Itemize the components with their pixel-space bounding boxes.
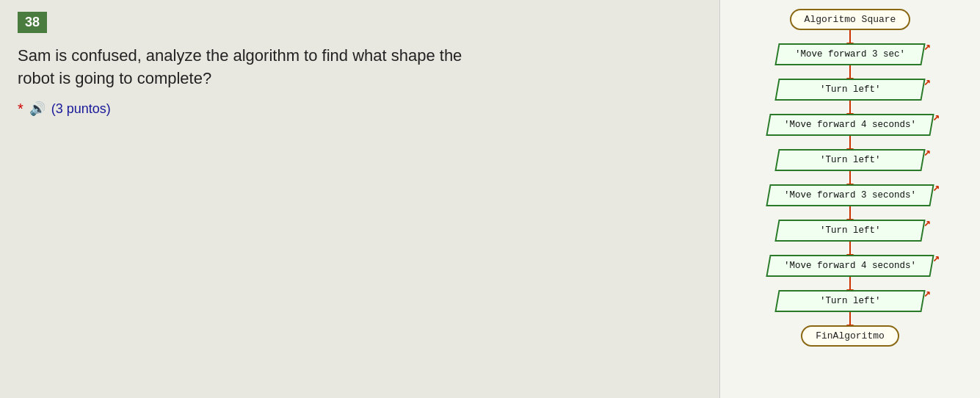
node-move-4sec-2: 'Move forward 4 seconds' ↗ — [768, 255, 932, 277]
arrow-6 — [849, 206, 851, 220]
end-label: FinAlgoritmo — [801, 325, 899, 347]
node-move-4sec-1: 'Move forward 4 seconds' ↗ — [768, 114, 932, 136]
corner-arrow-7: ↗ — [932, 250, 940, 265]
corner-arrow-2: ↗ — [923, 74, 931, 89]
end-node: FinAlgoritmo — [801, 325, 899, 347]
arrow-7 — [849, 242, 851, 255]
corner-arrow-4: ↗ — [923, 145, 931, 159]
question-text: Sam is confused, analyze the algorithm t… — [18, 45, 702, 90]
node-turn-left-4: 'Turn left' ↗ — [777, 290, 923, 312]
left-panel: 38 Sam is confused, analyze the algorith… — [0, 0, 719, 398]
corner-arrow-8: ↗ — [923, 286, 931, 300]
start-label: Algoritmo Square — [790, 9, 911, 30]
node-move-3sec: 'Move forward 3 sec' ↗ — [777, 43, 923, 65]
corner-arrow-5: ↗ — [932, 180, 940, 195]
points-row: * 🔊 (3 puntos) — [18, 101, 702, 117]
node-turn-left-3: 'Turn left' ↗ — [777, 220, 923, 242]
required-star: * — [18, 101, 23, 117]
arrow-8 — [849, 277, 851, 290]
question-number: 38 — [18, 12, 47, 33]
node-turn-left-1: 'Turn left' ↗ — [777, 79, 923, 101]
node-turn-left-2: 'Turn left' ↗ — [777, 149, 923, 171]
speaker-icon[interactable]: 🔊 — [29, 101, 46, 117]
diagram-container: Algoritmo Square 'Move forward 3 sec' ↗ … — [720, 9, 980, 347]
points-label: (3 puntos) — [51, 101, 111, 117]
arrow-1 — [849, 30, 851, 43]
arrow-2 — [849, 65, 851, 79]
corner-arrow-6: ↗ — [923, 215, 931, 230]
node-move-3sec-2: 'Move forward 3 seconds' ↗ — [768, 184, 932, 206]
start-node: Algoritmo Square — [790, 9, 911, 30]
arrow-4 — [849, 136, 851, 149]
corner-arrow-3: ↗ — [932, 109, 940, 124]
arrow-3 — [849, 101, 851, 114]
corner-arrow-1: ↗ — [923, 39, 931, 54]
arrow-9 — [849, 312, 851, 325]
right-panel: Algoritmo Square 'Move forward 3 sec' ↗ … — [719, 0, 980, 398]
arrow-5 — [849, 171, 851, 184]
